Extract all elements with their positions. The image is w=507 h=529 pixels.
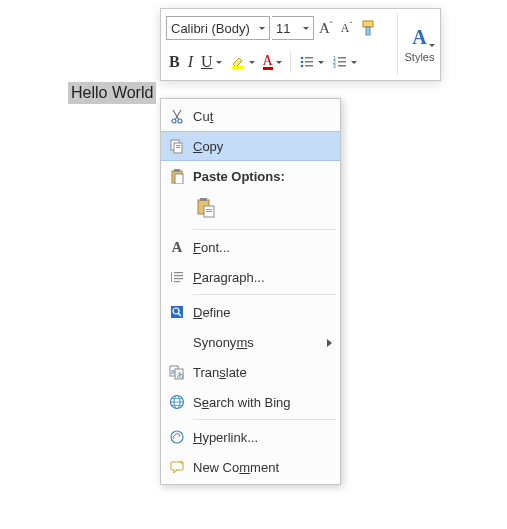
menu-item-cut[interactable]: Cut xyxy=(161,101,340,131)
svg-rect-12 xyxy=(338,61,346,63)
hyperlink-icon xyxy=(169,429,185,445)
svg-rect-25 xyxy=(200,198,207,201)
svg-rect-4 xyxy=(305,57,313,59)
svg-rect-10 xyxy=(338,57,346,59)
svg-rect-20 xyxy=(176,147,180,148)
styles-icon: A xyxy=(412,26,426,49)
svg-point-7 xyxy=(300,65,303,68)
chevron-right-icon xyxy=(327,339,332,347)
menu-item-new-comment[interactable]: New Comment xyxy=(161,452,340,482)
font-color-icon: A xyxy=(263,55,273,70)
svg-text:あ: あ xyxy=(177,371,184,379)
svg-rect-33 xyxy=(174,281,180,282)
styles-button[interactable]: A Styles xyxy=(397,13,435,75)
chevron-down-icon xyxy=(249,61,255,64)
menu-item-search-bing[interactable]: Search with Bing xyxy=(161,387,340,417)
grow-font-button[interactable]: Aˆ xyxy=(316,16,336,40)
format-painter-button[interactable] xyxy=(357,16,381,40)
paste-keep-source-button[interactable] xyxy=(193,195,219,221)
copy-icon xyxy=(169,138,185,154)
italic-icon: I xyxy=(188,53,193,71)
menu-item-paste-options-header: Paste Options: xyxy=(161,161,340,191)
svg-point-3 xyxy=(300,57,303,60)
separator xyxy=(290,51,291,73)
bullets-button[interactable] xyxy=(296,50,327,74)
paste-keep-source-icon xyxy=(196,198,216,218)
svg-rect-1 xyxy=(366,27,370,35)
font-size-value: 11 xyxy=(276,21,290,36)
paragraph-icon xyxy=(169,269,185,285)
chevron-down-icon xyxy=(216,61,222,64)
svg-rect-27 xyxy=(206,209,212,210)
underline-button[interactable]: U xyxy=(198,50,225,74)
svg-rect-30 xyxy=(174,272,183,273)
svg-text:3: 3 xyxy=(333,63,336,69)
svg-rect-23 xyxy=(175,174,183,184)
svg-point-5 xyxy=(300,61,303,64)
chevron-down-icon xyxy=(429,44,435,47)
menu-item-define[interactable]: Define xyxy=(161,297,340,327)
svg-text:a: a xyxy=(171,368,175,375)
chevron-down-icon xyxy=(318,61,324,64)
svg-rect-14 xyxy=(338,65,346,67)
svg-rect-29 xyxy=(171,272,172,282)
svg-point-42 xyxy=(171,431,183,443)
numbering-button[interactable]: 1 2 3 xyxy=(329,50,360,74)
mini-toolbar: Calibri (Body) 11 Aˆ Aˇ xyxy=(160,8,441,81)
menu-item-paragraph[interactable]: Paragraph... xyxy=(161,262,340,292)
search-icon xyxy=(169,394,185,410)
highlight-icon xyxy=(230,54,246,70)
comment-icon xyxy=(169,459,185,475)
menu-separator xyxy=(193,229,336,230)
svg-rect-8 xyxy=(305,65,313,67)
chevron-down-icon xyxy=(259,27,265,30)
menu-item-copy[interactable]: Copy xyxy=(161,131,340,161)
font-name-value: Calibri (Body) xyxy=(171,21,250,36)
cut-icon xyxy=(169,108,185,124)
menu-separator xyxy=(193,419,336,420)
grow-font-icon: Aˆ xyxy=(319,20,333,37)
svg-rect-6 xyxy=(305,61,313,63)
font-name-combo[interactable]: Calibri (Body) xyxy=(166,16,270,40)
svg-rect-28 xyxy=(206,211,212,212)
chevron-down-icon xyxy=(276,61,282,64)
svg-rect-32 xyxy=(174,278,183,279)
document-selection[interactable]: Hello World xyxy=(68,82,156,104)
italic-button[interactable]: I xyxy=(185,50,196,74)
styles-label: Styles xyxy=(405,51,435,63)
menu-item-synonyms[interactable]: Synonyms xyxy=(161,327,340,357)
svg-rect-31 xyxy=(174,275,183,276)
menu-item-hyperlink[interactable]: Hyperlink... xyxy=(161,422,340,452)
numbering-icon: 1 2 3 xyxy=(332,54,348,70)
font-a-icon: A xyxy=(172,239,183,256)
svg-rect-19 xyxy=(176,145,180,146)
font-size-combo[interactable]: 11 xyxy=(272,16,314,40)
bullets-icon xyxy=(299,54,315,70)
svg-rect-0 xyxy=(363,21,373,27)
font-color-button[interactable]: A xyxy=(260,50,285,74)
underline-icon: U xyxy=(201,53,213,71)
shrink-font-button[interactable]: Aˇ xyxy=(338,16,355,40)
chevron-down-icon xyxy=(351,61,357,64)
define-icon xyxy=(169,304,185,320)
menu-separator xyxy=(193,294,336,295)
svg-point-16 xyxy=(178,119,182,123)
menu-item-font[interactable]: A Font... xyxy=(161,232,340,262)
svg-point-15 xyxy=(172,119,176,123)
svg-rect-2 xyxy=(232,66,244,69)
highlight-color-button[interactable] xyxy=(227,50,258,74)
paste-options-row xyxy=(161,191,340,227)
bold-icon: B xyxy=(169,53,180,71)
svg-rect-22 xyxy=(174,169,180,172)
bold-button[interactable]: B xyxy=(166,50,183,74)
translate-icon: aあ xyxy=(169,364,185,380)
paste-icon xyxy=(169,168,185,184)
format-painter-icon xyxy=(360,19,378,37)
context-menu: Cut Copy Paste Options: A Font... Paragr… xyxy=(160,98,341,485)
menu-item-translate[interactable]: aあ Translate xyxy=(161,357,340,387)
chevron-down-icon xyxy=(303,27,309,30)
shrink-font-icon: Aˇ xyxy=(341,21,352,36)
